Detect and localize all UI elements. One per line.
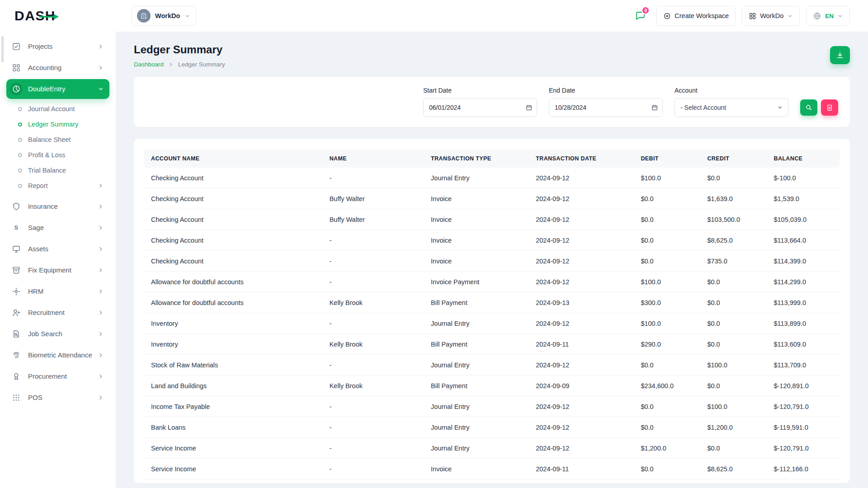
cell-credit: $8,625.0 — [700, 230, 766, 251]
filter-card: Start Date End Date — [134, 77, 850, 127]
sidebar-item-fix-equipment[interactable]: Fix Equipment — [6, 260, 109, 280]
chevron-right-icon — [98, 203, 105, 210]
sidebar-scrollbar[interactable] — [1, 36, 4, 62]
calendar-icon[interactable] — [651, 104, 658, 111]
sidebar-subitem-journal-account[interactable]: Journal Account — [14, 101, 109, 117]
sidebar-item-recruitment[interactable]: Recruitment — [6, 303, 109, 323]
cell-account-name: Stock of Raw Materials — [144, 355, 322, 375]
sidebar-item-label: POS — [28, 394, 92, 402]
cell-credit: $1,639.0 — [700, 188, 766, 209]
chevron-right-icon — [98, 225, 105, 231]
chevron-right-icon — [98, 288, 105, 295]
cell-debit: $0.0 — [633, 459, 700, 479]
sidebar-item-label: Job Search — [28, 330, 92, 338]
cell-transaction-date: 2024-09-12 — [528, 313, 633, 334]
sidebar-item-biometric-attendance[interactable]: Biometric Attendance — [6, 345, 109, 365]
chevron-right-icon — [98, 310, 105, 316]
cell-name: - — [322, 230, 424, 251]
reset-button[interactable] — [821, 99, 838, 116]
chevron-right-icon — [98, 183, 105, 189]
cell-transaction-type: Journal Entry — [424, 313, 528, 334]
search-button[interactable] — [800, 99, 817, 116]
cell-name: - — [322, 417, 424, 438]
end-date-label: End Date — [549, 87, 663, 94]
fix-equipment-icon — [10, 264, 23, 277]
account-select[interactable]: - Select Account — [675, 98, 788, 117]
sidebar-item-job-search[interactable]: Job Search — [6, 324, 109, 344]
messages-button[interactable]: 0 — [630, 6, 650, 26]
cell-transaction-date: 2024-09-09 — [528, 375, 633, 396]
sidebar-subitem-report[interactable]: Report — [14, 178, 109, 193]
end-date-input[interactable] — [549, 98, 663, 117]
cell-account-name: Checking Account — [144, 230, 322, 251]
assets-icon — [10, 243, 23, 255]
start-date-field: Start Date — [423, 87, 537, 117]
column-header-transaction-date: TRANSACTION DATE — [528, 150, 633, 168]
cell-debit: $0.0 — [633, 188, 700, 209]
cell-transaction-date: 2024-09-12 — [528, 417, 633, 438]
start-date-input[interactable] — [423, 98, 537, 117]
sidebar-item-label: Biometric Attendance — [28, 351, 92, 360]
table-row: Income Tax Payable-Journal Entry2024-09-… — [144, 396, 840, 417]
calendar-icon[interactable] — [525, 104, 533, 111]
sidebar-item-label: Fix Equipment — [28, 266, 92, 275]
sidebar-item-hrm[interactable]: HRM — [6, 282, 109, 301]
circle-icon — [18, 184, 22, 188]
sidebar-item-projects[interactable]: Projects — [6, 37, 109, 56]
sidebar-item-insurance[interactable]: Insurance — [6, 197, 109, 216]
chevron-right-icon — [98, 267, 105, 273]
chevron-right-icon — [168, 62, 174, 67]
sidebar-item-sage[interactable]: SSage — [6, 218, 109, 238]
cell-account-name: Income Tax Payable — [144, 396, 322, 417]
cell-account-name: Land and Buildings — [144, 375, 322, 396]
cell-account-name: Bank Loans — [144, 417, 322, 438]
workspace-menu-label: WorkDo — [760, 12, 783, 19]
column-header-balance: BALANCE — [766, 150, 840, 168]
filter-actions — [800, 99, 838, 117]
sidebar-item-pos[interactable]: POS — [6, 388, 109, 408]
globe-icon — [813, 12, 821, 20]
cell-debit: $1,200.0 — [633, 438, 700, 459]
workspace-switcher[interactable]: WorkDo — [131, 6, 196, 26]
cell-balance: $-112,166.0 — [766, 459, 840, 479]
download-button[interactable] — [830, 46, 850, 64]
table-row: Checking AccountBuffy WalterInvoice2024-… — [144, 209, 840, 230]
sidebar-subitem-balance-sheet[interactable]: Balance Sheet — [14, 132, 109, 147]
cell-balance: $113,609.0 — [766, 334, 840, 355]
breadcrumb-current: Ledger Summary — [178, 61, 225, 68]
sidebar-item-label: Procurement — [28, 372, 92, 381]
job-search-icon — [10, 328, 23, 340]
sidebar-subitem-ledger-summary[interactable]: Ledger Summary — [14, 117, 109, 132]
cell-balance: $-119,591.0 — [766, 417, 840, 438]
workspace-menu-button[interactable]: WorkDo — [742, 6, 800, 26]
pos-icon — [10, 391, 23, 404]
circle-icon — [18, 153, 22, 157]
sidebar-subitem-profit-loss[interactable]: Profit & Loss — [14, 147, 109, 163]
cell-transaction-type: Invoice — [424, 459, 528, 479]
circle-icon — [18, 107, 22, 111]
breadcrumb-dashboard-link[interactable]: Dashboard — [134, 61, 164, 68]
cell-name: - — [322, 251, 424, 272]
table-header: ACCOUNT NAMENAMETRANSACTION TYPETRANSACT… — [144, 150, 840, 168]
column-header-name: NAME — [322, 150, 424, 168]
table-row: Checking Account-Invoice2024-09-12$0.0$8… — [144, 230, 840, 251]
create-workspace-label: Create Workspace — [675, 12, 729, 19]
sidebar-item-doubleentry[interactable]: DoubleEntry — [6, 79, 109, 99]
app-logo[interactable]: DASH — [14, 9, 56, 23]
reset-icon — [826, 104, 833, 111]
cell-credit: $0.0 — [700, 334, 766, 355]
sidebar-item-procurement[interactable]: Procurement — [6, 366, 109, 386]
cell-name: Buffy Walter — [322, 188, 424, 209]
sidebar-subitem-trial-balance[interactable]: Trial Balance — [14, 163, 109, 178]
chevron-right-icon — [98, 373, 105, 380]
page-header: Ledger Summary Dashboard Ledger Summary — [134, 43, 850, 68]
cell-transaction-type: Invoice — [424, 251, 528, 272]
sidebar-item-accounting[interactable]: Accounting — [6, 58, 109, 78]
breadcrumb: Dashboard Ledger Summary — [134, 61, 225, 68]
table-row: Inventory-Journal Entry2024-09-12$100.0$… — [144, 313, 840, 334]
cell-name: - — [322, 396, 424, 417]
sidebar-item-assets[interactable]: Assets — [6, 239, 109, 259]
language-selector[interactable]: EN — [806, 6, 850, 26]
create-workspace-button[interactable]: Create Workspace — [656, 6, 736, 26]
cell-transaction-date: 2024-09-11 — [528, 459, 633, 479]
